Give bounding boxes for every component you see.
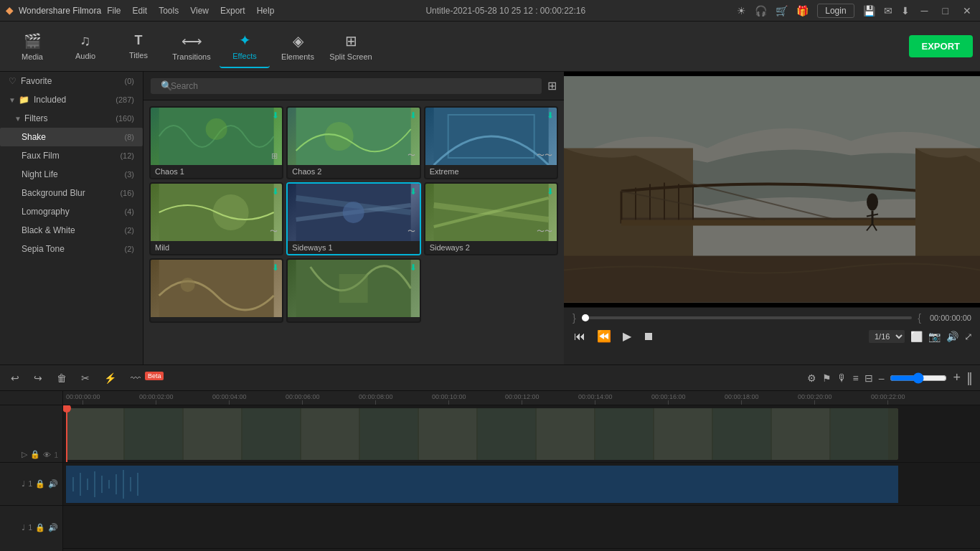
favorite-label: Favorite <box>21 76 122 86</box>
volume-button[interactable]: 🔊 <box>946 331 958 342</box>
step-back-button[interactable]: ⏮ <box>571 329 588 344</box>
minimize-button[interactable]: ─ <box>918 5 931 17</box>
tool-audio[interactable]: ♫ Audio <box>60 25 110 68</box>
tool-transitions[interactable]: ⟷ Transitions <box>166 25 217 68</box>
tl-settings-button[interactable]: ⚙ <box>807 372 816 384</box>
split-button[interactable]: ⚡ <box>100 370 120 386</box>
lock-icon[interactable]: 🔒 <box>30 450 40 459</box>
undo-button[interactable]: ↩ <box>7 370 23 386</box>
tl-divider-button[interactable]: ‖ <box>966 370 973 386</box>
titlebar-left: ◆ Wondershare Filmora File Edit Tools Vi… <box>6 5 274 16</box>
cut-button[interactable]: ✂ <box>77 370 93 386</box>
zoom-slider[interactable] <box>890 372 947 384</box>
audio-waveform-button[interactable]: 〰 Beta <box>127 370 167 386</box>
sidebar-item-background-blur[interactable]: Background Blur (16) <box>0 184 143 202</box>
search-input[interactable] <box>151 78 542 94</box>
settings-button[interactable]: ⤢ <box>964 331 973 342</box>
progress-track[interactable] <box>582 316 913 319</box>
effect-label: Sideways 1 <box>288 241 419 254</box>
filters-label: Filters <box>24 113 113 123</box>
menu-edit[interactable]: Edit <box>133 6 148 16</box>
audio-clip[interactable] <box>66 466 898 503</box>
save-icon[interactable]: 💾 <box>863 5 875 17</box>
effect-chaos2[interactable]: ⬇ 〜 Chaos 2 <box>286 106 420 179</box>
gift-icon[interactable]: 🎁 <box>796 5 809 17</box>
menu-help[interactable]: Help <box>257 6 275 16</box>
headphones-icon[interactable]: 🎧 <box>755 5 767 17</box>
delete-button[interactable]: 🗑 <box>53 370 70 386</box>
media-icon: 🎬 <box>24 32 42 50</box>
bw-label: Black & White <box>22 225 122 235</box>
effects-panel: 🔍 ⊞ ⬇ ⊞ Chaos 1 <box>143 72 564 364</box>
stop-button[interactable]: ⏹ <box>640 329 657 344</box>
beta-badge: Beta <box>145 372 164 380</box>
frame-back-button[interactable]: ⏪ <box>594 328 614 344</box>
screenshot-button[interactable]: 📷 <box>928 331 941 342</box>
cart-icon[interactable]: 🛒 <box>776 5 788 17</box>
effects-grid: ⬇ ⊞ Chaos 1 ⬇ 〜 Chaos 2 <box>143 100 564 364</box>
tool-effects[interactable]: ✦ Effects <box>220 25 270 68</box>
tool-titles[interactable]: T Titles <box>113 25 164 68</box>
tl-zoom-out-button[interactable]: – <box>879 372 885 384</box>
titles-icon: T <box>135 33 143 48</box>
effect-8[interactable]: ⬇ <box>286 258 420 323</box>
sidebar-item-favorite[interactable]: ♡ Favorite (0) <box>0 72 143 90</box>
sidebar-item-lomography[interactable]: Lomography (4) <box>0 202 143 221</box>
menu-tools[interactable]: Tools <box>159 6 179 16</box>
export-button[interactable]: EXPORT <box>909 35 973 57</box>
preview-time: 00:00:00:00 <box>930 314 971 322</box>
close-button[interactable]: ✕ <box>960 5 974 17</box>
tl-tracks: ▷ production ID_4782379 (1) <box>63 405 980 551</box>
grid-options-icon[interactable]: ⊞ <box>547 79 557 93</box>
mail-icon[interactable]: ✉ <box>884 5 892 17</box>
download-icon: ⬇ <box>410 110 417 121</box>
effect-7[interactable]: ⬇ <box>149 258 283 323</box>
sidebar-item-night-life[interactable]: Night Life (3) <box>0 165 143 184</box>
tl-mic-button[interactable]: 🎙 <box>837 372 847 384</box>
tl-marker-button[interactable]: ⚑ <box>822 372 831 384</box>
download-icon[interactable]: ⬇ <box>901 5 910 17</box>
menu-view[interactable]: View <box>190 6 209 16</box>
ratio-select[interactable]: 1/16 <box>869 330 905 343</box>
progress-handle[interactable] <box>582 314 589 321</box>
menu-export[interactable]: Export <box>220 6 245 16</box>
svg-rect-33 <box>564 77 980 303</box>
sidebar-item-black-white[interactable]: Black & White (2) <box>0 221 143 240</box>
sun-icon[interactable]: ☀ <box>737 5 746 17</box>
ruler-spacer <box>0 391 62 405</box>
redo-button[interactable]: ↪ <box>30 370 46 386</box>
sidebar-item-faux-film[interactable]: Faux Film (12) <box>0 146 143 165</box>
play-button[interactable]: ▶ <box>620 328 634 344</box>
tl-sub-button[interactable]: ⊟ <box>864 372 873 384</box>
tl-mix-button[interactable]: ≡ <box>853 372 859 384</box>
timeline-cursor[interactable] <box>66 405 67 462</box>
tool-split-screen[interactable]: ⊞ Split Screen <box>326 25 376 68</box>
tool-media[interactable]: 🎬 Media <box>7 25 57 68</box>
effect-chaos1[interactable]: ⬇ ⊞ Chaos 1 <box>149 106 283 179</box>
sidebar-item-sepia-tone[interactable]: Sepia Tone (2) <box>0 240 143 258</box>
lock-icon2[interactable]: 🔒 <box>35 479 45 489</box>
title-bar: ◆ Wondershare Filmora File Edit Tools Vi… <box>0 0 980 22</box>
effect-sideways2[interactable]: ⬇ 〜〜 Sideways 2 <box>424 182 558 255</box>
tool-elements[interactable]: ◈ Elements <box>273 25 323 68</box>
effect-label: Mild <box>151 241 282 254</box>
lock-icon3[interactable]: 🔒 <box>35 523 45 532</box>
volume-icon[interactable]: 🔊 <box>48 479 58 489</box>
fullscreen-button[interactable]: ⬜ <box>910 331 923 342</box>
effect-sideways1[interactable]: ⬇ 〜 Sideways 1 <box>286 182 420 255</box>
volume-icon2[interactable]: 🔊 <box>48 523 58 532</box>
eye-icon[interactable]: 👁 <box>43 451 51 459</box>
sidebar-item-shake[interactable]: Shake (8) <box>0 128 143 146</box>
wave-icon: 〜 <box>407 226 415 237</box>
maximize-button[interactable]: □ <box>940 5 951 17</box>
effect-extreme[interactable]: ⬇ 〜〜 Extreme <box>424 106 558 179</box>
sidebar-item-filters[interactable]: ▼ Filters (160) <box>0 109 143 128</box>
menu-file[interactable]: File <box>107 6 121 16</box>
video-clip[interactable]: ▷ production ID_4782379 (1) <box>66 408 898 460</box>
ruler-mark-9: 00:00:18:00 <box>725 393 759 405</box>
favorite-count: (0) <box>125 77 134 85</box>
zoom-in-button[interactable]: + <box>953 370 961 385</box>
login-button[interactable]: Login <box>817 4 854 18</box>
effect-mild[interactable]: ⬇ 〜 Mild <box>149 182 283 255</box>
sidebar-item-included[interactable]: ▼ 📁 Included (287) <box>0 90 143 109</box>
